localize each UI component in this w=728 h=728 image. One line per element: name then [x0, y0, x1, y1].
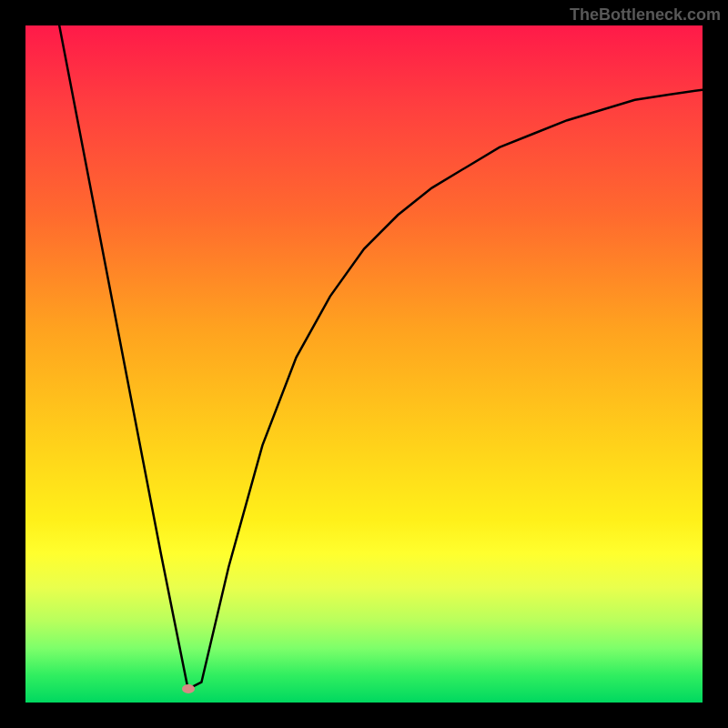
attribution-text: TheBottleneck.com — [570, 5, 721, 25]
optimal-point-marker — [182, 684, 195, 693]
plot-area — [25, 25, 703, 703]
bottleneck-curve — [25, 25, 703, 703]
chart-frame: TheBottleneck.com — [0, 0, 728, 728]
